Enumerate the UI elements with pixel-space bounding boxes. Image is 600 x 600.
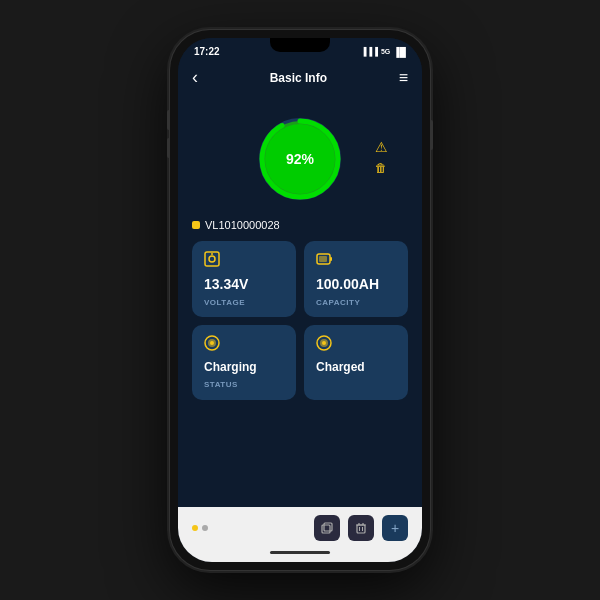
battery-percentage: 92% — [286, 151, 314, 167]
capacity-icon — [316, 251, 396, 270]
svg-rect-8 — [319, 256, 327, 262]
charged-icon — [316, 335, 396, 354]
device-label: VL1010000028 — [192, 219, 408, 231]
phone-frame: 17:22 ▐▐▐ 5G ▐█ ‹ Basic Info ≡ — [170, 30, 430, 570]
signal-bars-icon: ▐▐▐ — [361, 47, 378, 56]
voltage-value: 13.34V — [204, 276, 284, 292]
voltage-icon — [204, 251, 284, 270]
svg-rect-15 — [322, 525, 330, 533]
page-title: Basic Info — [270, 71, 327, 85]
battery-side-icons: ⚠ 🗑 — [375, 139, 388, 175]
bottom-bar: + — [178, 507, 422, 547]
device-status-dot — [192, 221, 200, 229]
svg-point-14 — [322, 341, 326, 345]
phone-screen: 17:22 ▐▐▐ 5G ▐█ ‹ Basic Info ≡ — [178, 38, 422, 562]
power-button[interactable] — [430, 120, 433, 150]
home-indicator — [178, 547, 422, 562]
battery-section: 92% ⚠ 🗑 — [192, 104, 408, 209]
add-button[interactable]: + — [382, 515, 408, 541]
copy-button[interactable] — [314, 515, 340, 541]
plus-icon: + — [391, 520, 399, 536]
delete-icon[interactable]: 🗑 — [375, 161, 388, 175]
battery-icon: ▐█ — [393, 47, 406, 57]
cards-grid: 13.34V VOLTAGE 100.00AH CAPACITY — [192, 241, 408, 400]
page-indicators — [192, 525, 208, 531]
svg-rect-17 — [357, 525, 365, 533]
svg-point-4 — [209, 256, 215, 262]
back-button[interactable]: ‹ — [192, 67, 198, 88]
home-bar — [270, 551, 330, 554]
capacity-label: CAPACITY — [316, 298, 396, 307]
charged-card: Charged — [304, 325, 408, 400]
menu-button[interactable]: ≡ — [399, 69, 408, 87]
charging-status-text: Charging — [204, 360, 284, 374]
vol-up-button[interactable] — [167, 110, 170, 130]
svg-rect-7 — [330, 257, 332, 261]
main-content: 92% ⚠ 🗑 VL1010000028 — [178, 94, 422, 507]
vol-down-button[interactable] — [167, 138, 170, 158]
svg-point-11 — [210, 341, 214, 345]
network-type-label: 5G — [381, 48, 390, 55]
warning-icon[interactable]: ⚠ — [375, 139, 388, 155]
status-icons: ▐▐▐ 5G ▐█ — [361, 47, 406, 57]
delete-button[interactable] — [348, 515, 374, 541]
charging-label: STATUS — [204, 380, 284, 389]
voltage-label: VOLTAGE — [204, 298, 284, 307]
device-id: VL1010000028 — [205, 219, 280, 231]
capacity-card: 100.00AH CAPACITY — [304, 241, 408, 317]
svg-rect-16 — [324, 523, 332, 531]
battery-circle: 92% — [255, 114, 345, 204]
status-time: 17:22 — [194, 46, 220, 57]
capacity-value: 100.00AH — [316, 276, 396, 292]
app-header: ‹ Basic Info ≡ — [178, 61, 422, 94]
voltage-card: 13.34V VOLTAGE — [192, 241, 296, 317]
charged-status-text: Charged — [316, 360, 396, 374]
charging-icon — [204, 335, 284, 354]
dot-2 — [202, 525, 208, 531]
charging-card: Charging STATUS — [192, 325, 296, 400]
notch — [270, 38, 330, 52]
dot-1 — [192, 525, 198, 531]
